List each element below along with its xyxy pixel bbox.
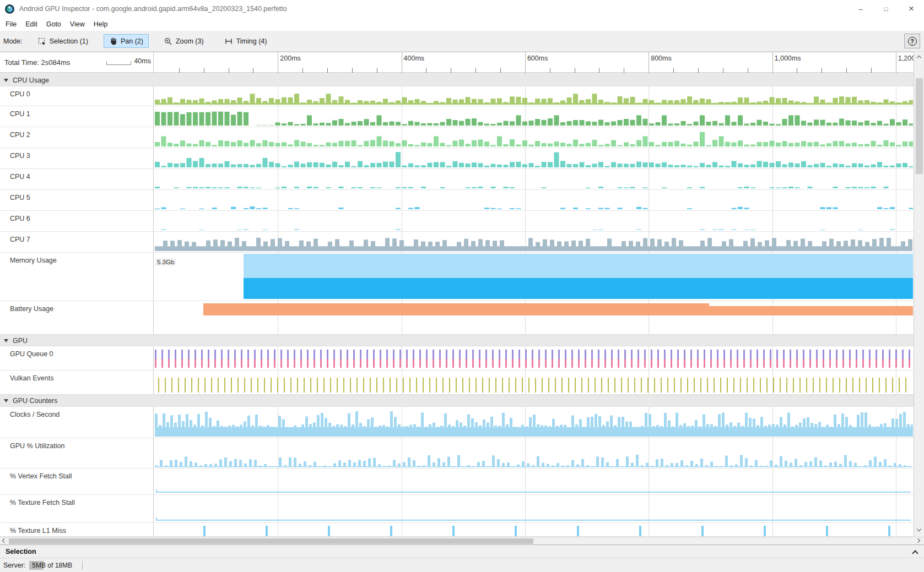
menu-goto[interactable]: Goto — [42, 19, 66, 30]
menu-file[interactable]: File — [1, 19, 21, 30]
timing-mode-button[interactable]: Timing (4) — [219, 35, 273, 48]
track-chart-pct-texture-fetch-stall[interactable] — [154, 495, 913, 522]
track-label-battery-usage[interactable]: Battery Usage — [0, 301, 154, 334]
zoom-mode-button[interactable]: Zoom (3) — [159, 35, 209, 48]
minimize-button[interactable]: – — [848, 0, 873, 18]
collapse-triangle-icon[interactable] — [4, 339, 8, 342]
selection-panel-title: Selection — [6, 548, 36, 555]
track-label-memory-usage[interactable]: Memory Usage — [0, 253, 154, 301]
section-header-gpu[interactable]: GPU — [0, 335, 914, 346]
ruler-minor-tick — [822, 68, 822, 73]
ruler-minor-tick — [698, 68, 699, 73]
track-chart-gpu-queue-0[interactable] — [154, 346, 913, 370]
track-chart-gpu-pct-utilization[interactable] — [154, 438, 913, 468]
menu-view[interactable]: View — [66, 19, 89, 30]
track-chart-cpu-0[interactable] — [154, 86, 913, 106]
track-row-cpu-4: CPU 4 — [0, 169, 914, 190]
track-label-cpu-1[interactable]: CPU 1 — [0, 106, 154, 127]
window-controls: – □ × — [848, 0, 924, 18]
server-memory-gauge: 5MB of 18MB — [29, 561, 77, 570]
timeline-ruler: Total Time: 2s084ms 40ms 200ms400ms600ms… — [0, 52, 914, 73]
scroll-right-icon[interactable] — [916, 538, 920, 543]
total-time-label: Total Time: 2s084ms — [4, 58, 70, 67]
section-header-gpu-counters[interactable]: GPU Counters — [0, 395, 914, 407]
ruler-tick-label: 600ms — [527, 55, 548, 62]
timing-mode-label: Timing (4) — [236, 37, 267, 45]
track-row-battery-usage: Battery Usage — [0, 301, 914, 335]
pan-mode-button[interactable]: Pan (2) — [104, 34, 149, 48]
ruler-minor-tick — [575, 68, 575, 73]
scroll-up-icon[interactable] — [917, 56, 921, 60]
vertical-scrollbar-thumb[interactable] — [916, 78, 923, 174]
scroll-down-icon[interactable] — [917, 527, 921, 531]
ruler-minor-tick — [723, 68, 723, 73]
track-label-gpu-pct-utilization[interactable]: GPU % Utilization — [0, 438, 154, 468]
track-chart-cpu-4[interactable] — [154, 169, 913, 189]
track-chart-cpu-7[interactable] — [154, 232, 913, 252]
chevron-up-icon — [912, 550, 918, 556]
pan-mode-label: Pan (2) — [121, 37, 143, 45]
track-chart-clocks-per-second[interactable] — [154, 407, 913, 438]
scroll-left-icon[interactable] — [2, 538, 7, 543]
ruler-minor-tick — [797, 68, 797, 73]
track-chart-vulkan-events[interactable] — [154, 371, 913, 394]
track-label-cpu-4[interactable]: CPU 4 — [0, 169, 154, 189]
track-label-cpu-7[interactable]: CPU 7 — [0, 232, 154, 252]
ruler-minor-tick — [475, 68, 476, 73]
track-chart-battery-usage[interactable] — [154, 301, 913, 334]
help-icon: ? — [908, 37, 917, 46]
collapse-panel-button[interactable] — [913, 549, 917, 557]
track-label-cpu-0[interactable]: CPU 0 — [0, 86, 154, 106]
ruler-minor-tick — [748, 68, 748, 73]
ruler-major-tick — [896, 52, 896, 73]
ruler-scale[interactable]: 200ms400ms600ms800ms1,000ms1,200ms — [154, 52, 914, 73]
track-row-cpu-3: CPU 3 — [0, 148, 914, 169]
collapse-triangle-icon[interactable] — [4, 399, 8, 402]
app-window: Android GPU Inspector - com.google.andro… — [0, 0, 924, 572]
ruler-minor-tick — [599, 68, 599, 73]
track-chart-cpu-6[interactable] — [154, 211, 913, 231]
track-chart-memory-usage[interactable] — [154, 253, 913, 301]
track-chart-cpu-2[interactable] — [154, 127, 913, 148]
track-row-pct-vertex-fetch-stall: % Vertex Fetch Stall — [0, 469, 914, 495]
track-row-pct-texture-l1-miss: % Texture L1 Miss — [0, 523, 914, 537]
track-label-clocks-per-second[interactable]: Clocks / Second — [0, 407, 154, 438]
ruler-minor-tick — [673, 68, 674, 73]
ruler-tick-label: 800ms — [651, 55, 672, 62]
track-label-cpu-6[interactable]: CPU 6 — [0, 211, 154, 231]
horizontal-scrollbar[interactable] — [0, 537, 924, 544]
ruler-minor-tick — [302, 68, 303, 73]
menu-help[interactable]: Help — [89, 19, 112, 30]
track-label-cpu-5[interactable]: CPU 5 — [0, 190, 154, 210]
track-label-pct-vertex-fetch-stall[interactable]: % Vertex Fetch Stall — [0, 469, 154, 494]
maximize-button[interactable]: □ — [873, 0, 899, 18]
ruler-tick-label: 1,000ms — [775, 55, 801, 62]
selection-mode-button[interactable]: Selection (1) — [33, 35, 94, 48]
section-label: GPU Counters — [13, 397, 57, 405]
section-header-cpu-usage[interactable]: CPU Usage — [0, 74, 914, 86]
ruler-minor-tick — [377, 68, 377, 73]
selection-icon — [38, 37, 46, 45]
help-button[interactable]: ? — [904, 34, 920, 48]
track-label-cpu-2[interactable]: CPU 2 — [0, 127, 154, 148]
track-chart-pct-vertex-fetch-stall[interactable] — [154, 469, 913, 494]
close-button[interactable]: × — [899, 0, 924, 18]
track-chart-pct-texture-l1-miss[interactable] — [154, 523, 913, 536]
track-label-pct-texture-fetch-stall[interactable]: % Texture Fetch Stall — [0, 495, 154, 522]
track-label-gpu-queue-0[interactable]: GPU Queue 0 — [0, 346, 154, 370]
track-chart-cpu-1[interactable] — [154, 106, 913, 127]
track-row-gpu-pct-utilization: GPU % Utilization — [0, 438, 914, 469]
track-label-cpu-3[interactable]: CPU 3 — [0, 148, 154, 168]
pan-hand-icon — [109, 37, 117, 45]
collapse-triangle-icon[interactable] — [4, 79, 8, 82]
selection-panel-header[interactable]: Selection — [0, 544, 924, 558]
track-label-pct-texture-l1-miss[interactable]: % Texture L1 Miss — [0, 523, 154, 536]
vertical-scrollbar[interactable] — [914, 52, 924, 537]
timing-icon — [225, 37, 233, 45]
menu-edit[interactable]: Edit — [21, 19, 42, 30]
horizontal-scrollbar-thumb[interactable] — [9, 538, 533, 544]
ruler-minor-tick — [229, 68, 229, 73]
track-chart-cpu-3[interactable] — [154, 148, 913, 168]
track-label-vulkan-events[interactable]: Vulkan Events — [0, 371, 154, 394]
track-chart-cpu-5[interactable] — [154, 190, 913, 210]
